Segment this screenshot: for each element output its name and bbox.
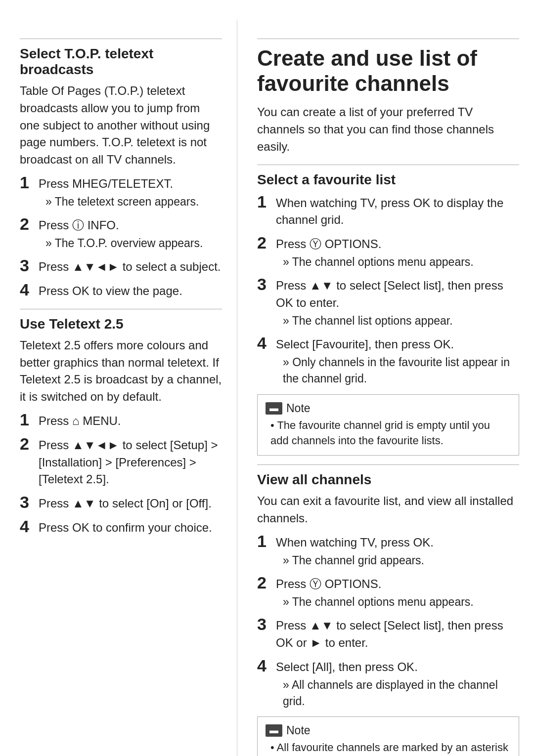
step-number: 4 bbox=[257, 334, 276, 352]
step-text: Select [Favourite], then press OK. Only … bbox=[276, 334, 519, 387]
view-all-title: View all channels bbox=[257, 472, 519, 488]
note-header: ▬ Note bbox=[266, 402, 511, 415]
step-number: 1 bbox=[20, 411, 39, 429]
select-fav-title: Select a favourite list bbox=[257, 172, 519, 188]
step-item: 2 Press Ⓨ OPTIONS. The channel options m… bbox=[257, 574, 519, 610]
step-item: 3 Press ▲▼ to select [Select list], then… bbox=[257, 615, 519, 652]
step-sub: The channel list options appear. bbox=[283, 313, 519, 329]
step-text: Select [All], then press OK. All channel… bbox=[276, 657, 519, 710]
step-number: 1 bbox=[257, 532, 276, 550]
view-all-body: You can exit a favourite list, and view … bbox=[257, 493, 519, 527]
use-teletext-title: Use Teletext 2.5 bbox=[20, 316, 222, 332]
step-text: Press MHEG/TELETEXT. The teletext screen… bbox=[39, 173, 199, 210]
step-number: 2 bbox=[20, 215, 39, 233]
step-sub: The teletext screen appears. bbox=[45, 194, 199, 210]
step-text: Press ⌂ MENU. bbox=[39, 411, 121, 430]
view-all-steps: 1 When watching TV, press OK. The channe… bbox=[257, 532, 519, 710]
note-label: Note bbox=[286, 402, 311, 415]
main-title-line2: favourite channels bbox=[257, 71, 449, 95]
step-text: Press OK to view the page. bbox=[39, 281, 182, 300]
note-box-fav: ▬ Note The favourite channel grid is emp… bbox=[257, 394, 519, 456]
note-header: ▬ Note bbox=[266, 724, 511, 737]
step-number: 3 bbox=[257, 615, 276, 633]
step-text: Press ▲▼◄► to select a subject. bbox=[39, 256, 221, 276]
use-teletext-steps: 1 Press ⌂ MENU. 2 Press ▲▼◄► to select [… bbox=[20, 411, 222, 537]
step-item: 4 Select [Favourite], then press OK. Onl… bbox=[257, 334, 519, 387]
step-text: When watching TV, press OK to display th… bbox=[276, 193, 519, 229]
step-sub: The channel grid appears. bbox=[283, 552, 434, 569]
step-number: 4 bbox=[257, 657, 276, 675]
use-teletext-body: Teletext 2.5 offers more colours and bet… bbox=[20, 337, 222, 406]
step-number: 3 bbox=[20, 256, 39, 275]
step-text: Press Ⓨ OPTIONS. The channel options men… bbox=[276, 234, 474, 270]
step-item: 1 When watching TV, press OK to display … bbox=[257, 193, 519, 229]
step-number: 3 bbox=[257, 275, 276, 294]
step-text: Press OK to confirm your choice. bbox=[39, 517, 212, 537]
main-title-line1: Create and use list of bbox=[257, 46, 477, 70]
step-item: 3 Press ▲▼ to select [On] or [Off]. bbox=[20, 493, 222, 512]
step-item: 3 Press ▲▼◄► to select a subject. bbox=[20, 256, 222, 276]
step-number: 2 bbox=[20, 435, 39, 453]
step-text: Press ▲▼ to select [Select list], then p… bbox=[276, 615, 519, 652]
step-item: 2 Press ▲▼◄► to select [Setup] >[Install… bbox=[20, 435, 222, 488]
step-number: 2 bbox=[257, 234, 276, 252]
step-number: 4 bbox=[20, 517, 39, 536]
right-column: Create and use list of favourite channel… bbox=[237, 20, 534, 756]
top-section-title: Select T.O.P. teletext broadcasts bbox=[20, 46, 222, 78]
step-sub: The T.O.P. overview appears. bbox=[45, 235, 203, 252]
step-number: 1 bbox=[20, 173, 39, 192]
step-sub: The channel options menu appears. bbox=[283, 594, 474, 610]
step-item: 1 Press MHEG/TELETEXT. The teletext scre… bbox=[20, 173, 222, 210]
top-section-body: Table Of Pages (T.O.P.) teletext broadca… bbox=[20, 83, 222, 168]
step-text: Press ▲▼◄► to select [Setup] >[Installat… bbox=[39, 435, 218, 488]
note-icon: ▬ bbox=[266, 402, 282, 415]
step-sub: The channel options menu appears. bbox=[283, 254, 474, 270]
note-bullet: The favourite channel grid is empty unti… bbox=[266, 418, 511, 449]
note-box-all: ▬ Note All favourite channels are marked… bbox=[257, 716, 519, 756]
step-item: 1 Press ⌂ MENU. bbox=[20, 411, 222, 430]
step-sub: Only channels in the favourite list appe… bbox=[283, 354, 519, 387]
top-section-steps: 1 Press MHEG/TELETEXT. The teletext scre… bbox=[20, 173, 222, 300]
step-item: 4 Press OK to view the page. bbox=[20, 281, 222, 300]
main-title: Create and use list of favourite channel… bbox=[257, 46, 519, 96]
step-text: When watching TV, press OK. The channel … bbox=[276, 532, 434, 569]
step-item: 3 Press ▲▼ to select [Select list], then… bbox=[257, 275, 519, 329]
step-item: 4 Press OK to confirm your choice. bbox=[20, 517, 222, 537]
left-column: Select T.O.P. teletext broadcasts Table … bbox=[0, 20, 237, 756]
step-item: 4 Select [All], then press OK. All chann… bbox=[257, 657, 519, 710]
step-item: 1 When watching TV, press OK. The channe… bbox=[257, 532, 519, 569]
step-text: Press ▲▼ to select [On] or [Off]. bbox=[39, 493, 212, 512]
step-number: 4 bbox=[20, 281, 39, 299]
step-text: Press ⓘ INFO. The T.O.P. overview appear… bbox=[39, 215, 203, 252]
step-item: 2 Press ⓘ INFO. The T.O.P. overview appe… bbox=[20, 215, 222, 252]
step-number: 1 bbox=[257, 193, 276, 211]
note-icon: ▬ bbox=[266, 724, 282, 737]
step-item: 2 Press Ⓨ OPTIONS. The channel options m… bbox=[257, 234, 519, 270]
right-intro: You can create a list of your preferred … bbox=[257, 104, 519, 155]
step-text: Press ▲▼ to select [Select list], then p… bbox=[276, 275, 519, 329]
select-fav-steps: 1 When watching TV, press OK to display … bbox=[257, 193, 519, 387]
note-label: Note bbox=[286, 724, 311, 737]
step-sub: All channels are displayed in the channe… bbox=[283, 677, 519, 710]
note-bullet: All favourite channels are marked by an … bbox=[266, 740, 511, 756]
step-number: 2 bbox=[257, 574, 276, 592]
step-number: 3 bbox=[20, 493, 39, 511]
step-text: Press Ⓨ OPTIONS. The channel options men… bbox=[276, 574, 474, 610]
